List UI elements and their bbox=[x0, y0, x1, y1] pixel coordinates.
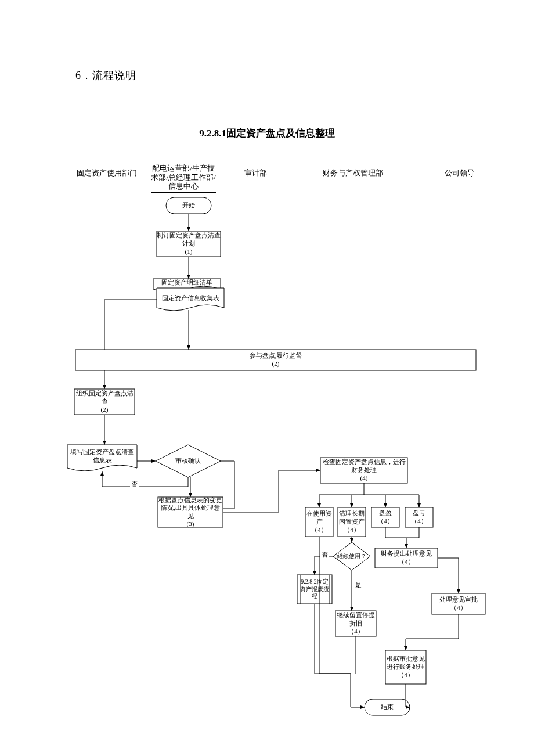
svg-rect-3 bbox=[74, 389, 135, 415]
flowchart-svg bbox=[0, 0, 534, 756]
edge-label-yes: 是 bbox=[354, 581, 363, 589]
svg-rect-1 bbox=[157, 231, 221, 257]
edge-label-no-1: 否 bbox=[130, 480, 139, 488]
svg-rect-18 bbox=[385, 650, 426, 684]
svg-rect-10 bbox=[405, 507, 433, 527]
svg-marker-4 bbox=[156, 445, 221, 477]
svg-rect-6 bbox=[320, 458, 407, 483]
svg-rect-15 bbox=[335, 611, 376, 636]
edge-label-no-2: 否 bbox=[320, 550, 329, 559]
page: 6．流程说明 9.2.8.1固定资产盘点及信息整理 固定资产使用部门 配电运营部… bbox=[0, 0, 534, 756]
svg-rect-16 bbox=[375, 548, 438, 568]
svg-rect-5 bbox=[158, 497, 223, 527]
svg-rect-8 bbox=[338, 507, 366, 537]
svg-rect-0 bbox=[166, 197, 211, 214]
svg-rect-19 bbox=[365, 699, 410, 715]
svg-rect-9 bbox=[371, 507, 399, 527]
svg-marker-11 bbox=[333, 542, 370, 570]
svg-rect-12 bbox=[297, 575, 332, 604]
svg-rect-7 bbox=[305, 507, 333, 537]
svg-rect-2 bbox=[75, 350, 476, 370]
svg-rect-17 bbox=[432, 593, 485, 614]
